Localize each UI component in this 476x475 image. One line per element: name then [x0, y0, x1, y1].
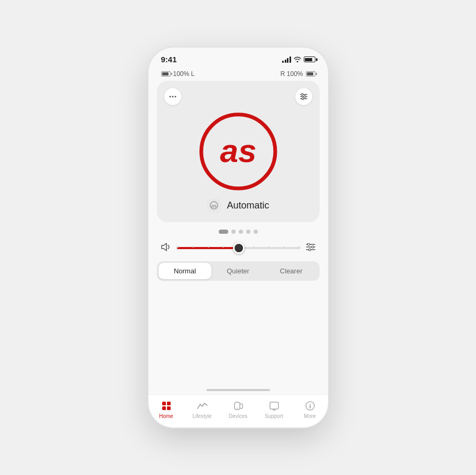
status-icons	[282, 56, 315, 63]
page-dots	[219, 230, 258, 234]
nav-support[interactable]: Support	[260, 400, 288, 419]
nav-support-label: Support	[265, 413, 283, 419]
dot-4[interactable]	[246, 230, 250, 234]
program-small-icon: as	[209, 201, 219, 210]
svg-rect-22	[162, 406, 166, 410]
nav-home-label: Home	[159, 413, 173, 419]
main-content: 100% L R 100%	[148, 66, 328, 389]
svg-rect-23	[167, 406, 171, 410]
right-battery-label: R 100%	[281, 70, 303, 78]
sliders-icon	[306, 243, 315, 251]
status-bar: 9:41	[148, 48, 328, 66]
nav-devices[interactable]: Devices	[225, 400, 252, 419]
battery-row: 100% L R 100%	[157, 66, 320, 81]
brand-logo-container: as	[164, 109, 312, 194]
nav-lifestyle[interactable]: Lifestyle	[189, 400, 216, 419]
svg-point-1	[172, 96, 173, 98]
home-indicator	[207, 389, 270, 391]
phone-screen: 9:41	[148, 48, 328, 428]
volume-row	[157, 239, 320, 257]
menu-button[interactable]	[164, 88, 181, 105]
svg-point-24	[237, 408, 238, 409]
svg-point-18	[312, 246, 314, 248]
settings-button[interactable]	[295, 88, 312, 105]
svg-point-17	[307, 243, 310, 245]
audioscript-logo: as	[196, 109, 281, 194]
svg-point-6	[301, 93, 303, 96]
dot-5[interactable]	[254, 230, 258, 234]
dot-3[interactable]	[239, 230, 243, 234]
support-icon	[268, 400, 280, 412]
battery-icon	[304, 56, 315, 62]
svg-point-0	[169, 96, 171, 98]
home-icon	[161, 400, 172, 412]
left-battery-icon	[161, 71, 171, 77]
dot-1[interactable]	[219, 230, 228, 234]
eq-adjust-icon[interactable]	[306, 243, 315, 253]
wifi-icon	[294, 56, 301, 62]
left-battery: 100% L	[161, 70, 195, 78]
svg-rect-21	[167, 402, 171, 405]
volume-thumb[interactable]	[233, 242, 245, 254]
svg-rect-25	[270, 402, 278, 409]
svg-point-19	[309, 249, 311, 251]
nav-home[interactable]: Home	[153, 400, 180, 419]
hearing-aid-card: as as Automatic	[157, 81, 320, 222]
program-name: Automatic	[227, 200, 269, 211]
more-icon	[304, 400, 316, 412]
phone-frame: 9:41	[148, 48, 328, 428]
program-icon: as	[207, 198, 221, 213]
lifestyle-icon	[197, 400, 208, 412]
mode-clearer[interactable]: Clearer	[265, 263, 318, 279]
svg-rect-20	[162, 402, 166, 405]
devices-icon	[232, 400, 244, 412]
card-top-buttons	[164, 88, 312, 105]
bottom-nav: Home Lifestyle Devices	[148, 394, 328, 428]
left-battery-label: 100% L	[173, 70, 195, 78]
mode-quieter[interactable]: Quieter	[211, 263, 265, 279]
program-label: as Automatic	[164, 198, 312, 215]
svg-text:as: as	[211, 203, 217, 208]
svg-point-8	[302, 98, 304, 100]
nav-lifestyle-label: Lifestyle	[192, 413, 212, 419]
signal-icon	[282, 56, 291, 63]
volume-icon	[161, 242, 172, 254]
svg-point-2	[174, 96, 176, 98]
status-time: 9:41	[161, 55, 177, 64]
svg-text:as: as	[220, 132, 256, 169]
nav-more[interactable]: More	[296, 400, 324, 419]
volume-slider[interactable]	[177, 247, 301, 249]
svg-marker-13	[162, 243, 166, 251]
nav-devices-label: Devices	[229, 413, 248, 419]
svg-point-7	[304, 96, 306, 98]
mode-normal[interactable]: Normal	[158, 263, 212, 279]
speaker-icon	[161, 242, 172, 252]
dot-2[interactable]	[231, 230, 236, 234]
dots-icon	[169, 96, 176, 98]
right-battery: R 100%	[281, 70, 315, 78]
equalizer-icon	[300, 92, 308, 101]
mode-tabs: Normal Quieter Clearer	[157, 261, 320, 281]
right-battery-icon	[306, 71, 315, 77]
nav-more-label: More	[304, 413, 316, 419]
